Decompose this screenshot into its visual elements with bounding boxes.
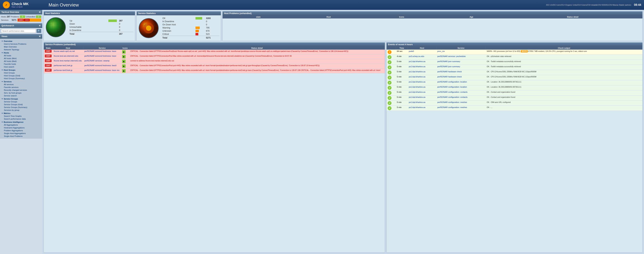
sp-service[interactable]: perfSONAR esmond freshness: trace (83, 50, 121, 54)
search-input[interactable] (1, 29, 36, 33)
search-button[interactable]: 🔍 (36, 29, 41, 33)
sidebar-item-recently-changed[interactable]: Recently changed services (0, 89, 42, 92)
ev-host[interactable]: ps1.kipt.kharkov.ua (408, 60, 436, 65)
tactical-close-icon[interactable]: ✕ (39, 11, 41, 14)
ev-host[interactable]: ps1.kipt.kharkov.ua (408, 106, 436, 111)
sidebar-item-single-host-problems[interactable]: Single-Host Problems (0, 135, 42, 138)
sp-service[interactable]: perfSONAR esmond freshness: trace rev (83, 68, 121, 73)
sidebar-item-host-groups[interactable]: Host Groups (0, 72, 42, 74)
quicksearch-close-icon[interactable]: ✕ (39, 24, 41, 27)
sp-service[interactable]: perfSONAR esmond freshness: bwctl (83, 64, 121, 68)
services-group-label: Services (4, 80, 12, 83)
ok-icon: ✓ (388, 60, 392, 64)
tactical-hosts-row: Hosts 287 Problems 0 Unhandled 0 (1, 16, 41, 18)
sp-col-host: Host (52, 46, 83, 50)
host-problems-table: state Host Icons Age Status detail (222, 15, 642, 18)
ev-host[interactable]: ps1.kipt.kharkov.ua (408, 70, 436, 75)
sidebar-item-main-overview[interactable]: Main Overview (0, 46, 42, 48)
sidebar-item-hostname-aggregations[interactable]: Hostname Aggregations (0, 126, 42, 129)
sidebar-item-services-by-group[interactable]: Services by group (0, 109, 42, 112)
sidebar-item-single-host-aggregations[interactable]: Single-Host Aggregations (0, 132, 42, 135)
sidebar-item-service-groups-grid[interactable]: Service Groups (Grid) (0, 103, 42, 106)
col-state: state (222, 15, 294, 18)
host-groups-tri-icon: ▼ (2, 69, 3, 71)
quicksearch-header[interactable]: Quicksearch ✕ (0, 24, 42, 28)
sp-host[interactable]: lhcone.test.manlan.internet2.edu (52, 59, 83, 64)
sidebar-item-serv-by-host-groups[interactable]: Serv. by host groups (0, 92, 42, 94)
sidebar-item-all-hosts-tiled[interactable]: All hosts (tiled) (0, 60, 42, 62)
ev-host[interactable]: ps1.kipt.kharkov.ua (408, 100, 436, 106)
services-unhandled[interactable]: 1969 (24, 19, 30, 21)
sidebar-item-favorite-services[interactable]: Favorite services (0, 86, 42, 89)
sidebar-group-hosts[interactable]: ▼ Hosts (0, 51, 42, 54)
ev-col-time: Time (396, 46, 408, 50)
sp-host[interactable]: lhcone.test.wix.internet2.edu (52, 54, 83, 59)
sidebar-item-host-groups-grid[interactable]: Host Groups (Grid) (0, 74, 42, 77)
ev-host[interactable]: ps1.kipt.kharkov.ua (408, 90, 436, 96)
tactical-overview-header[interactable]: Tactical Overview ✕ (0, 10, 42, 14)
services-bar: 1989 1969 (18, 18, 41, 22)
host-stat-downtime: In Downtime 0 (68, 29, 134, 32)
sidebar-item-network-topology[interactable]: Network Topology (0, 48, 42, 51)
sidebar-group-services[interactable]: ▼ Services (0, 80, 42, 83)
sp-icons: ▶ (121, 54, 129, 59)
views-header[interactable]: Views ✕ (0, 34, 42, 39)
sidebar-item-search-performance-data[interactable]: Search performance data (0, 118, 42, 120)
sidebar-item-all-services[interactable]: All services (0, 83, 42, 86)
ev-service[interactable]: perfSONAR hardware check (436, 70, 486, 75)
sidebar-group-service-groups[interactable]: ▼ Service Groups (0, 97, 42, 100)
app-version: Raw 1.2.8p18 (12, 6, 29, 8)
metrics-tri-icon: ▼ (2, 112, 3, 114)
ev-service[interactable]: perfSONAR configuration: meshes (436, 106, 486, 111)
ev-service[interactable]: perfSONAR json summary (436, 60, 486, 65)
ev-service[interactable]: perfSONAR configuration: location (436, 85, 486, 90)
ev-service[interactable]: perfSONAR services: pscheduler (436, 55, 486, 60)
ev-host[interactable]: ps1.kipt.kharkov.ua (408, 85, 436, 90)
views-close-icon[interactable]: ✕ (39, 35, 41, 38)
ev-service[interactable]: perfSONAR configuration: contacts (436, 96, 486, 100)
sidebar-item-service-search[interactable]: Service search (0, 94, 42, 97)
ev-time: 5 min (396, 106, 408, 111)
sp-col-state: State (44, 46, 52, 50)
sidebar-item-service-groups-summary[interactable]: Service Groups (Summary) (0, 106, 42, 109)
sidebar-group-bi[interactable]: ▼ Business Intelligence (0, 120, 42, 124)
sidebar-item-all-hosts-mini[interactable]: All hosts (Mini) (0, 57, 42, 60)
sidebar-item-host-services-problems[interactable]: Host & Services Problems (0, 42, 42, 46)
sidebar-item-host-groups-summary[interactable]: Host Groups (Summary) (0, 77, 42, 80)
hosts-unhandled[interactable]: 0 (36, 16, 41, 18)
ev-host[interactable]: psds0 (408, 50, 436, 55)
sidebar-item-all-hosts[interactable]: All hosts (0, 54, 42, 57)
services-problems[interactable]: 1989 (18, 19, 24, 21)
ev-host[interactable]: ps1.kipt.kharkov.ua (408, 75, 436, 80)
ev-service[interactable]: perfSONAR configuration: meshes (436, 100, 486, 106)
ev-time: 5 min (396, 85, 408, 90)
sidebar-group-metrics[interactable]: ▼ Metrics (0, 112, 42, 115)
sidebar-item-service-groups[interactable]: Service Groups (0, 100, 42, 103)
ev-host[interactable]: ps1.kipt.kharkov.ua (408, 65, 436, 70)
ev-host[interactable]: ps1.kipt.kharkov.ua (408, 96, 436, 100)
sidebar-item-all-aggregations[interactable]: All Aggregations (0, 124, 42, 126)
list-item: ✓ 5 min ps1.kipt.kharkov.ua perfSONAR co… (386, 106, 642, 111)
sidebar-item-host-search[interactable]: Host search (0, 66, 42, 68)
ev-service[interactable]: proc_rsv (436, 50, 486, 55)
ev-service[interactable]: perfSONAR configuration: location (436, 80, 486, 85)
top-row: Host Statistics (44, 11, 642, 41)
sidebar-group-host-groups[interactable]: ▼ Host Groups (0, 68, 42, 72)
sidebar-item-problem-aggregations[interactable]: Problem Aggregations (0, 129, 42, 132)
sp-service[interactable]: perfSONAR services: owamp (83, 59, 121, 64)
ev-host[interactable]: ps1.kipt.kharkov.ua (408, 80, 436, 85)
host-stat-unreachable: Unreachable 0 (68, 26, 134, 29)
sp-service[interactable]: perfSONAR esmond freshness: trace (83, 54, 121, 59)
ev-service[interactable]: perfSONAR hardware check (436, 75, 486, 80)
ev-time: 5 min (396, 65, 408, 70)
sp-host[interactable]: lhcone-wash-opt1.es.net (52, 50, 83, 54)
sidebar-item-search-time-graphs[interactable]: Search Time Graphs (0, 115, 42, 118)
sp-host[interactable]: perfsonar-test3.kek.jp (52, 68, 83, 73)
hosts-problems[interactable]: 0 (20, 16, 25, 18)
ev-service[interactable]: perfSONAR json summary (436, 65, 486, 70)
sidebar-group-overview[interactable]: ▼ Overview (0, 40, 42, 42)
ev-service[interactable]: perfSONAR configuration: contacts (436, 90, 486, 96)
sp-host[interactable]: perfsonar-test1.kek.jp (52, 64, 83, 68)
sidebar-item-favorite-hosts[interactable]: Favorite hosts (0, 62, 42, 66)
ev-host[interactable]: ps3.ochep.ou.edu (408, 55, 436, 60)
